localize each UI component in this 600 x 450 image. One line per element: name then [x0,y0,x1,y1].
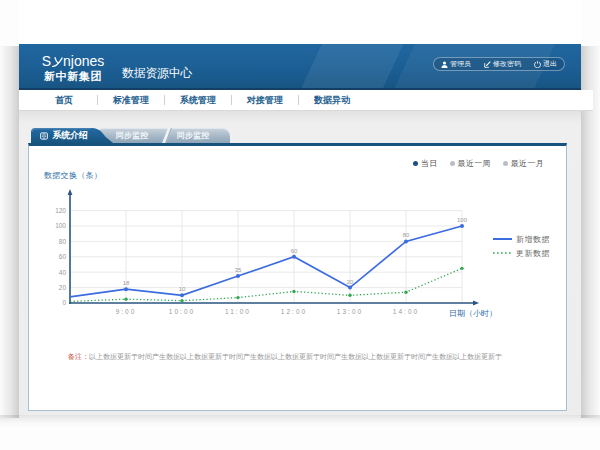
svg-text:新增数据: 新增数据 [516,235,550,244]
footnote-label: 备注 [68,353,82,360]
edit-icon [484,61,491,68]
main-nav: 首页标准管理系统管理对接管理数据异动 [19,90,593,111]
svg-text:40: 40 [59,269,67,276]
svg-text:10: 10 [179,286,186,292]
svg-text:9:00: 9:00 [116,308,137,315]
backdrop-shade-bottom [0,415,600,429]
tab-label: 系统介绍 [29,128,99,143]
svg-text:100: 100 [457,217,468,223]
svg-text:0: 0 [62,299,66,306]
tab-2[interactable]: 同步监控 [102,128,162,143]
brand-logo-cn: 新中新集团 [40,70,106,82]
svg-text:14:00: 14:00 [393,308,419,315]
logout-button[interactable]: 退出 [534,59,557,69]
nav-item-4[interactable]: 对接管理 [232,90,298,110]
svg-text:10:00: 10:00 [169,308,195,315]
change-password-button[interactable]: 修改密码 [484,59,521,69]
svg-text:12:00: 12:00 [281,308,307,315]
svg-text:20: 20 [347,279,354,285]
svg-text:20: 20 [59,284,67,291]
svg-text:60: 60 [59,253,67,260]
line-chart: 0204060801001209:0010:0011:0012:0013:001… [29,164,566,346]
svg-text:120: 120 [55,207,66,214]
svg-text:日期（小时）: 日期（小时） [449,309,497,318]
logo-swoosh-icon [52,55,63,67]
app-header: Snjones 新中新集团 数据资源中心 管理员 修改密码 退出 [19,44,581,90]
svg-text:18: 18 [123,280,130,286]
svg-text:更新数据: 更新数据 [516,249,550,258]
svg-text:80: 80 [59,238,67,245]
tab-3[interactable]: 同步监控 [163,128,223,143]
power-icon [534,61,541,68]
logout-label: 退出 [543,59,557,69]
footnote: 备注：以上数据更新于时间产生数据以上数据更新于时间产生数据以上数据更新于时间产生… [68,352,502,362]
brand-logo-en: Snjones [40,54,106,69]
content-panel: 当日最近一周最近一月 0204060801001209:0010:0011:00… [28,143,567,411]
user-name-label: 管理员 [450,59,471,69]
backdrop-shade-left [0,46,19,418]
user-icon [441,61,448,68]
nav-item-3[interactable]: 系统管理 [165,90,231,110]
nav-item-2[interactable]: 标准管理 [98,90,164,110]
tab-1-active[interactable]: 系统介绍 [31,128,113,143]
brand-logo[interactable]: Snjones 新中新集团 [40,54,106,82]
nav-item-5[interactable]: 数据异动 [299,90,365,110]
book-icon [40,132,48,140]
change-password-label: 修改密码 [493,59,521,69]
svg-text:60: 60 [291,248,298,254]
app-title: 数据资源中心 [122,65,192,82]
svg-text:35: 35 [235,267,242,273]
user-toolbar: 管理员 修改密码 退出 [433,57,565,71]
user-menu[interactable]: 管理员 [441,59,471,69]
svg-text:13:00: 13:00 [337,308,363,315]
svg-text:数据交换（条）: 数据交换（条） [44,171,102,180]
tab-bar: 系统介绍同步监控同步监控 [28,128,573,143]
workspace: 系统介绍同步监控同步监控 当日最近一周最近一月 0204060801001209… [19,111,581,415]
nav-item-1[interactable]: 首页 [31,90,97,110]
footnote-text: 以上数据更新于时间产生数据以上数据更新于时间产生数据以上数据更新于时间产生数据以… [89,353,502,360]
svg-text:80: 80 [403,232,410,238]
svg-text:100: 100 [55,222,66,229]
svg-text:11:00: 11:00 [225,308,251,315]
screenshot-stage: Snjones 新中新集团 数据资源中心 管理员 修改密码 退出 首页标准管 [0,0,600,450]
app-page: Snjones 新中新集团 数据资源中心 管理员 修改密码 退出 首页标准管 [19,0,581,415]
